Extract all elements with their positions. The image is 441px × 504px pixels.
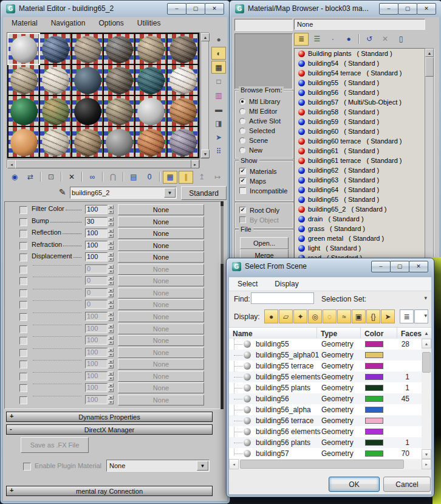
params-scroll-thumb[interactable] (220, 206, 224, 264)
column-header-type[interactable]: Type (317, 328, 361, 339)
material-slot-22[interactable] (104, 127, 134, 157)
spinner-down-icon[interactable]: ▾ (108, 293, 114, 297)
material-list-item[interactable]: building57( Multi/Sub-Object ) (295, 97, 434, 107)
table-row[interactable]: building57Geometry70 (229, 448, 422, 459)
material-slot-13[interactable] (9, 96, 39, 126)
table-row[interactable]: building55_alpha01Geometry (229, 350, 422, 361)
save-fx-file-button[interactable]: Save as .FX File (21, 437, 89, 453)
map-none-button[interactable]: None (118, 382, 204, 393)
map-enable-checkbox[interactable] (19, 373, 27, 381)
map-amount-spinner[interactable]: ▴▾ (108, 241, 114, 250)
material-slot-8[interactable] (40, 65, 70, 95)
map-enable-checkbox[interactable] (19, 242, 27, 250)
map-enable-checkbox[interactable] (19, 313, 27, 321)
find-input[interactable] (251, 292, 314, 304)
browse-from-option[interactable]: New (239, 145, 292, 154)
show-map-in-viewport-icon[interactable]: ▦ (163, 171, 177, 184)
spinner-down-icon[interactable]: ▾ (108, 305, 114, 309)
table-row[interactable]: building56 elementsGeometry (229, 426, 422, 437)
material-list-item[interactable]: building60( Standard ) (295, 126, 434, 136)
spinner-up-icon[interactable]: ▴ (108, 395, 114, 399)
minimize-button[interactable]: – (379, 3, 398, 15)
spinner-down-icon[interactable]: ▾ (108, 353, 114, 357)
display-groups-icon[interactable]: ▣ (352, 309, 366, 323)
material-slot-7[interactable] (9, 65, 39, 95)
spinner-down-icon[interactable]: ▾ (108, 257, 114, 261)
map-amount-field[interactable]: 100 (85, 312, 108, 321)
scroll-left-icon[interactable]: ◂ (229, 459, 239, 469)
map-none-button[interactable]: None (118, 299, 204, 310)
map-none-button[interactable]: None (118, 252, 204, 263)
file-open-button[interactable]: Open... (240, 237, 289, 249)
minimize-button[interactable]: – (167, 3, 186, 15)
slots-vscrollbar[interactable]: ▲ ▼ (200, 32, 209, 159)
map-amount-field[interactable]: 30 (85, 217, 108, 226)
view-small-icons-icon[interactable]: ∙ (326, 33, 340, 46)
rollout-dynamics-properties[interactable]: + Dynamics Properties (6, 412, 213, 422)
spinner-up-icon[interactable]: ▴ (108, 336, 114, 340)
column-header-name[interactable]: Name (229, 328, 317, 339)
material-list-item[interactable]: building65_2( Standard ) (295, 204, 434, 214)
scroll-right-icon[interactable]: ▸ (422, 459, 431, 469)
spinner-down-icon[interactable]: ▾ (108, 329, 114, 333)
put-material-to-scene-icon[interactable]: ⇄ (23, 171, 38, 184)
map-none-button[interactable]: None (118, 264, 204, 275)
map-amount-field[interactable]: 100 (85, 371, 108, 381)
show-option[interactable]: By Object (239, 215, 292, 224)
spinner-down-icon[interactable]: ▾ (108, 222, 114, 226)
close-button[interactable]: ✕ (205, 3, 224, 15)
spinner-up-icon[interactable]: ▴ (108, 276, 114, 280)
background-icon[interactable]: ▦ (211, 61, 226, 74)
material-name-input[interactable] (72, 188, 164, 198)
material-list-scrollbar[interactable]: ▲ (425, 48, 434, 275)
spinner-up-icon[interactable]: ▴ (108, 217, 114, 221)
map-enable-checkbox[interactable] (19, 325, 27, 333)
material-slot-10[interactable] (104, 65, 134, 95)
map-none-button[interactable]: None (118, 240, 204, 251)
map-none-button[interactable]: None (118, 216, 204, 227)
view-large-icons-icon[interactable]: ● (341, 33, 356, 46)
scroll-left-icon[interactable]: ◂ (7, 160, 16, 168)
assign-material-icon[interactable]: ⊡ (44, 171, 58, 184)
scroll-down-icon[interactable]: ▼ (201, 150, 210, 158)
map-enable-checkbox[interactable] (19, 384, 27, 392)
spinner-up-icon[interactable]: ▴ (108, 300, 114, 304)
go-forward-sibling-icon[interactable]: ↦ (210, 171, 225, 184)
map-none-button[interactable]: None (118, 275, 204, 286)
spinner-down-icon[interactable]: ▾ (108, 246, 114, 250)
material-slot-15[interactable] (72, 96, 103, 126)
spinner-up-icon[interactable]: ▴ (108, 229, 114, 233)
spinner-up-icon[interactable]: ▴ (108, 348, 114, 352)
spinner-up-icon[interactable]: ▴ (108, 241, 114, 245)
map-none-button[interactable]: None (118, 228, 204, 239)
cancel-button[interactable]: Cancel (383, 477, 431, 492)
material-slot-18[interactable] (168, 96, 198, 126)
close-button[interactable]: ✕ (409, 261, 428, 272)
select-by-material-icon[interactable]: ➤ (211, 131, 226, 143)
material-slot-20[interactable] (40, 127, 70, 157)
scroll-right-icon[interactable]: ▸ (191, 160, 199, 168)
table-row[interactable]: building56 terraceGeometry (229, 415, 422, 426)
enable-plugin-checkbox[interactable] (23, 463, 31, 471)
video-color-check-icon[interactable]: ▥ (211, 89, 226, 102)
menu-utilities[interactable]: Utilities (137, 19, 161, 27)
map-none-button[interactable]: None (118, 347, 204, 358)
spinner-down-icon[interactable]: ▾ (108, 317, 114, 321)
table-row[interactable]: building55 plantsGeometry1 (229, 382, 422, 393)
map-enable-checkbox[interactable] (19, 206, 27, 214)
map-none-button[interactable]: None (118, 288, 204, 299)
scroll-thumb[interactable] (422, 352, 431, 373)
browse-from-option[interactable]: Selected (239, 126, 292, 135)
display-bones-icon[interactable]: ➤ (381, 309, 395, 323)
map-amount-field[interactable]: 0 (85, 276, 108, 285)
material-slot-16[interactable] (104, 96, 134, 126)
material-list-item[interactable]: building56( Standard ) (295, 88, 434, 97)
material-editor-titlebar[interactable]: G Material Editor - building65_2 –▢✕ (1, 1, 230, 16)
material-slot-14[interactable] (40, 96, 70, 126)
menu-select[interactable]: Select (238, 280, 258, 288)
rollout-mental-ray-connection[interactable]: + mental ray Connection (6, 486, 213, 496)
map-amount-spinner[interactable]: ▴▾ (108, 371, 114, 381)
material-list-item[interactable]: building63( Standard ) (295, 175, 434, 185)
menu-navigation[interactable]: Navigation (51, 19, 86, 27)
options-icon[interactable]: ◨ (211, 117, 226, 129)
